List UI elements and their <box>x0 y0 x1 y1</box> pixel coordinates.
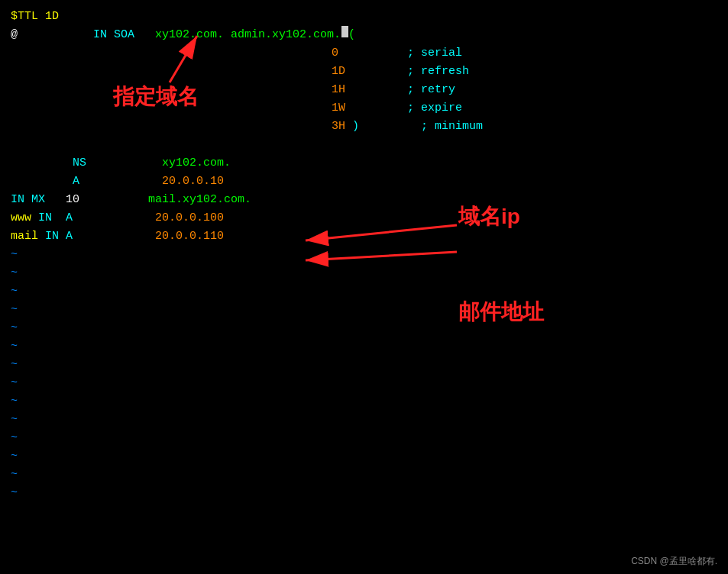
line-minimum: 3H ) ; minimum <box>11 118 717 136</box>
line-mx: IN MX 10 mail.xy102.com. <box>11 191 717 209</box>
cursor <box>341 26 348 37</box>
line-www: www IN A 20.0.0.100 <box>11 209 717 227</box>
mail-annotation: 邮件地址 <box>458 298 544 327</box>
watermark: CSDN @孟里啥都有. <box>631 555 717 568</box>
tilde-12: ~ <box>11 447 717 466</box>
tilde-4: ~ <box>11 301 717 319</box>
domain-annotation: 指定域名 <box>113 82 199 111</box>
tilde-5: ~ <box>11 319 717 337</box>
tilde-9: ~ <box>11 392 717 411</box>
line-mail: mail IN A 20.0.0.110 <box>11 227 717 246</box>
tilde-8: ~ <box>11 374 717 392</box>
line-ns: NS xy102.com. <box>11 154 717 173</box>
tilde-3: ~ <box>11 282 717 301</box>
tilde-13: ~ <box>11 466 717 484</box>
tilde-10: ~ <box>11 411 717 429</box>
terminal-window: $TTL 1D @ IN SOA xy102.com. admin.xy102.… <box>0 0 728 574</box>
line-serial: ​ 0 ; serial <box>11 44 717 63</box>
tilde-2: ~ <box>11 264 717 282</box>
line-soa: @ IN SOA xy102.com. admin.xy102.com. ( <box>11 26 717 44</box>
line-ttl: $TTL 1D <box>11 8 717 26</box>
line-a: A 20.0.0.10 <box>11 173 717 191</box>
tilde-6: ~ <box>11 337 717 356</box>
line-blank <box>11 136 717 154</box>
tilde-1: ~ <box>11 246 717 264</box>
tilde-14: ~ <box>11 484 717 502</box>
ip-annotation: 域名ip <box>458 202 520 231</box>
ttl-text: $TTL 1D <box>11 8 59 26</box>
tilde-7: ~ <box>11 356 717 374</box>
line-refresh: 1D ; refresh <box>11 63 717 81</box>
tilde-11: ~ <box>11 429 717 447</box>
